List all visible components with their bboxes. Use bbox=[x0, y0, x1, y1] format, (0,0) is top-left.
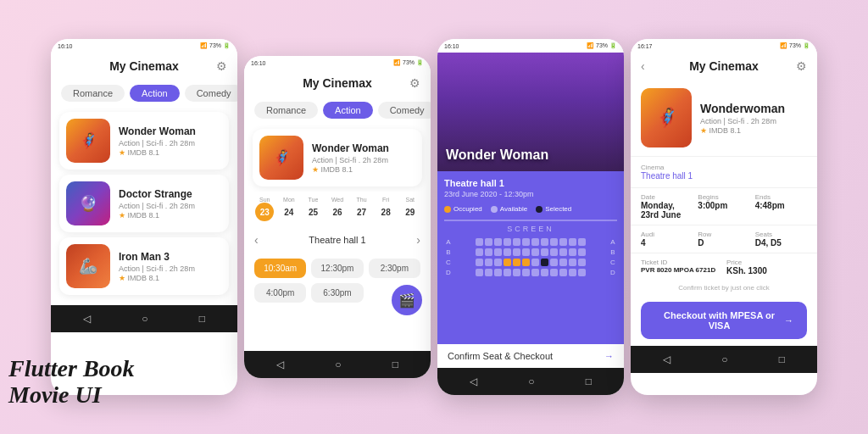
seat-b11[interactable] bbox=[569, 248, 576, 256]
gear-icon-1[interactable]: ⚙ bbox=[216, 59, 227, 73]
seat-d8[interactable] bbox=[541, 269, 548, 276]
seat-c11[interactable] bbox=[569, 259, 576, 266]
time-630pm[interactable]: 6:30pm bbox=[311, 283, 363, 303]
seat-b12[interactable] bbox=[578, 248, 586, 256]
seat-a2[interactable] bbox=[485, 238, 492, 246]
movie-item-ww[interactable]: 🦸‍♀️ Wonder Woman Action | Sci-fi . 2h 2… bbox=[59, 112, 229, 170]
hall-prev-icon[interactable]: ‹ bbox=[254, 233, 259, 247]
seat-c7[interactable] bbox=[531, 259, 539, 266]
genre-tabs-1: Romance Action Comedy bbox=[51, 80, 237, 107]
back-icon-4[interactable]: ‹ bbox=[641, 59, 645, 73]
date-mon[interactable]: Mon 24 bbox=[279, 197, 300, 221]
seat-c3[interactable] bbox=[494, 259, 502, 266]
movie-item-im[interactable]: 🦾 Iron Man 3 Action | Sci-fi . 2h 28m ★ … bbox=[59, 237, 229, 295]
seat-c10[interactable] bbox=[559, 259, 567, 266]
seat-d5[interactable] bbox=[513, 269, 520, 276]
gear-icon-4[interactable]: ⚙ bbox=[796, 59, 807, 73]
seat-a10[interactable] bbox=[559, 238, 567, 246]
seat-d6[interactable] bbox=[522, 269, 530, 276]
seat-d1[interactable] bbox=[476, 269, 483, 276]
nav-recent-1[interactable]: □ bbox=[199, 313, 205, 325]
seat-a5[interactable] bbox=[513, 238, 520, 246]
seat-a11[interactable] bbox=[569, 238, 576, 246]
nav-home-4[interactable]: ○ bbox=[721, 353, 727, 365]
seat-d3[interactable] bbox=[494, 269, 502, 276]
seat-b1[interactable] bbox=[476, 248, 483, 256]
nav-back-1[interactable]: ◁ bbox=[83, 313, 91, 325]
seat-c2[interactable] bbox=[485, 259, 492, 266]
checkout-bar-3[interactable]: Confirm Seat & Checkout → bbox=[437, 344, 624, 368]
date-fri[interactable]: Fri 28 bbox=[376, 197, 397, 221]
book-fab[interactable]: 🎬 bbox=[392, 285, 422, 315]
app-title-1: My Cinemax bbox=[109, 59, 179, 73]
nav-home-1[interactable]: ○ bbox=[142, 313, 147, 325]
nav-back-4[interactable]: ◁ bbox=[663, 353, 670, 365]
movie-item-ds[interactable]: 🔮 Doctor Strange Action | Sci-fi . 2h 28… bbox=[59, 175, 229, 232]
nav-recent-4[interactable]: □ bbox=[779, 353, 785, 365]
nav-back-3[interactable]: ◁ bbox=[470, 376, 477, 387]
status-icons-1: 📶 73% 🔋 bbox=[200, 42, 231, 49]
seat-a12[interactable] bbox=[578, 238, 586, 246]
seat-b5[interactable] bbox=[513, 248, 520, 256]
ticket-date-section: Date Monday, 23rd June Begins 3:00pm End… bbox=[631, 187, 817, 225]
row-label-a: A bbox=[444, 238, 453, 246]
seat-b6[interactable] bbox=[522, 248, 530, 256]
seat-d4[interactable] bbox=[504, 269, 511, 276]
time-230pm[interactable]: 2:30pm bbox=[369, 259, 420, 278]
nav-home-2[interactable]: ○ bbox=[335, 359, 341, 370]
tab-comedy-2[interactable]: Comedy bbox=[378, 102, 431, 119]
date-wed[interactable]: Wed 26 bbox=[327, 197, 348, 221]
date-tue[interactable]: Tue 25 bbox=[303, 197, 324, 221]
featured-movie-2[interactable]: 🦸‍♀️ Wonder Woman Action | Sci-fi . 2h 2… bbox=[253, 129, 422, 186]
checkout-button-arrow: → bbox=[784, 315, 793, 326]
nav-recent-3[interactable]: □ bbox=[586, 376, 592, 387]
seat-a7[interactable] bbox=[531, 238, 539, 246]
status-time-4: 16:17 bbox=[637, 43, 653, 49]
seat-d7[interactable] bbox=[531, 269, 539, 276]
seat-a3[interactable] bbox=[494, 238, 502, 246]
tab-romance-1[interactable]: Romance bbox=[61, 85, 125, 102]
seat-b10[interactable] bbox=[559, 248, 567, 256]
seat-a1[interactable] bbox=[476, 238, 483, 246]
row-label-b: B bbox=[444, 248, 453, 256]
time-400pm[interactable]: 4:00pm bbox=[254, 283, 306, 303]
seat-d10[interactable] bbox=[559, 269, 567, 276]
checkout-button[interactable]: Checkout with MPESA or VISA → bbox=[641, 302, 807, 339]
date-sun[interactable]: Sun 23 bbox=[254, 197, 275, 221]
nav-recent-2[interactable]: □ bbox=[392, 359, 398, 370]
seat-b8[interactable] bbox=[541, 248, 548, 256]
date-thu[interactable]: Thu 27 bbox=[351, 197, 372, 221]
seat-a6[interactable] bbox=[522, 238, 530, 246]
time-1230pm[interactable]: 12:30pm bbox=[311, 259, 363, 278]
seat-a9[interactable] bbox=[550, 238, 558, 246]
seat-c9[interactable] bbox=[550, 259, 558, 266]
seat-b9[interactable] bbox=[550, 248, 558, 256]
seat-d12[interactable] bbox=[578, 269, 586, 276]
seat-a8[interactable] bbox=[541, 238, 548, 246]
seat-d9[interactable] bbox=[550, 269, 558, 276]
seat-c5[interactable] bbox=[513, 259, 520, 266]
seat-c12[interactable] bbox=[578, 259, 586, 266]
gear-icon-2[interactable]: ⚙ bbox=[409, 76, 420, 90]
date-sat[interactable]: Sat 29 bbox=[399, 197, 420, 221]
seat-c8[interactable] bbox=[541, 259, 548, 266]
tab-comedy-1[interactable]: Comedy bbox=[185, 85, 237, 102]
seat-c6[interactable] bbox=[522, 259, 530, 266]
seat-d11[interactable] bbox=[569, 269, 576, 276]
tab-action-2[interactable]: Action bbox=[323, 102, 373, 119]
hall-next-icon[interactable]: › bbox=[416, 233, 420, 247]
seat-b4[interactable] bbox=[504, 248, 511, 256]
seat-c4[interactable] bbox=[504, 259, 511, 266]
tab-romance-2[interactable]: Romance bbox=[254, 102, 318, 119]
seat-c1[interactable] bbox=[476, 259, 483, 266]
seat-b7[interactable] bbox=[531, 248, 539, 256]
seat-d2[interactable] bbox=[485, 269, 492, 276]
nav-home-3[interactable]: ○ bbox=[528, 376, 534, 387]
seat-a4[interactable] bbox=[504, 238, 511, 246]
tab-action-1[interactable]: Action bbox=[130, 85, 180, 102]
seat-b2[interactable] bbox=[485, 248, 492, 256]
movie-thumb-img-ww: 🦸‍♀️ bbox=[66, 119, 110, 163]
time-1030am[interactable]: 10:30am bbox=[254, 259, 306, 278]
seat-b3[interactable] bbox=[494, 248, 502, 256]
nav-back-2[interactable]: ◁ bbox=[276, 359, 284, 370]
